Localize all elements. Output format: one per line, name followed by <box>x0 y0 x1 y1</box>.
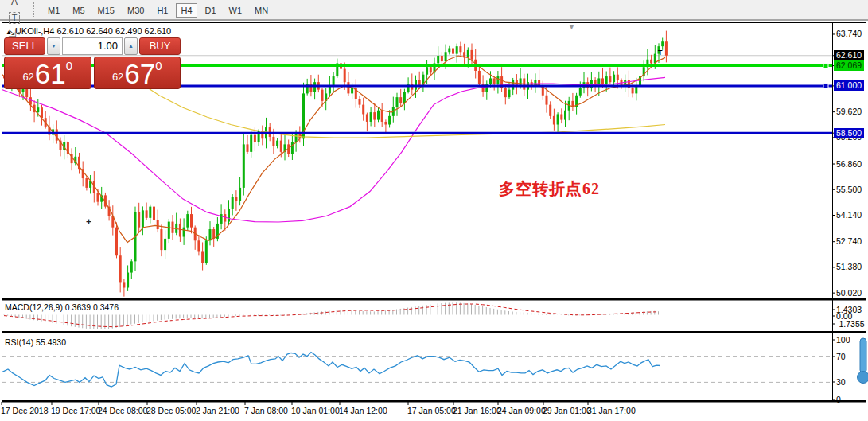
sell-price-button[interactable]: 62 61 0 <box>4 57 91 89</box>
price-badge-blue: 58.500 <box>834 128 864 138</box>
tool-icons: FAT⇲▾ <box>0 0 24 41</box>
timeframe-h1[interactable]: H1 <box>152 3 173 18</box>
price-axis-label: 63.740 <box>836 29 862 39</box>
date-label: 31 Jan 17:00 <box>587 406 636 415</box>
date-label: 24 Dec 08:00 <box>98 406 147 415</box>
price-badge-blue: 61.000 <box>834 80 864 91</box>
buy-price-sup: 0 <box>155 60 162 72</box>
buy-price-big: 67 <box>124 60 155 87</box>
rsi-scale-label: 100 <box>836 335 850 345</box>
date-label: 28 Dec 05:00 <box>146 406 196 415</box>
price-axis-label: 55.500 <box>836 185 862 195</box>
hline-handle <box>823 64 828 68</box>
price-axis-label: 54.140 <box>836 210 862 220</box>
date-label: 14 Jan 12:00 <box>339 406 387 415</box>
volume-decrease-button[interactable]: ▼ <box>47 37 60 55</box>
chart-header: ▲UKOil-,H4 62.610 62.640 62.490 62.610 <box>6 26 171 36</box>
date-label: 10 Jan 01:00 <box>291 406 340 415</box>
text-tool-icon[interactable]: T <box>5 10 24 25</box>
timeframe-m1[interactable]: M1 <box>43 3 64 18</box>
date-label: 7 Jan 08:00 <box>244 406 288 415</box>
toolbar-separator <box>33 2 35 17</box>
macd-label: MACD(12,26,9) 0.3639 0.3476 <box>5 302 119 312</box>
buy-button[interactable]: BUY <box>139 37 181 55</box>
mt4-chart-window: FAT⇲▾ M1M5M15M30H1H4D1W1MN ▲UKOil-,H4 62… <box>0 0 868 421</box>
rsi-label: RSI(14) 55.4930 <box>5 337 66 347</box>
timeframe-d1[interactable]: D1 <box>200 3 221 18</box>
date-label: 21 Jan 16:00 <box>453 406 501 415</box>
timeframe-h4[interactable]: H4 <box>176 3 197 18</box>
text-label-icon[interactable]: A <box>5 0 24 10</box>
price-axis-label: 51.380 <box>836 262 862 272</box>
price-badge-green: 62.069 <box>834 60 864 71</box>
timeframe-buttons: M1M5M15M30H1H4D1W1MN <box>41 2 274 17</box>
price-axis-label: 56.860 <box>836 159 862 170</box>
macd-scale-label: -1.7355 <box>836 319 865 329</box>
rsi-scale-label: 30 <box>836 377 846 388</box>
one-click-trading-panel: SELL ▼ 1.00 ▲ BUY 62 61 0 62 67 0 <box>4 37 181 89</box>
crosshair-marker: + <box>86 216 91 228</box>
chart-annotation-text[interactable]: 多空转折点62 <box>499 178 600 200</box>
hline-handle <box>823 84 828 88</box>
sell-price-big: 61 <box>35 60 66 87</box>
timeframe-mn[interactable]: MN <box>250 3 273 18</box>
sell-price-prefix: 62 <box>22 71 33 83</box>
buy-price-button[interactable]: 62 67 0 <box>94 57 181 89</box>
volume-input[interactable]: 1.00 <box>62 37 123 55</box>
volume-increase-button[interactable]: ▲ <box>124 37 138 55</box>
date-label: 24 Jan 09:00 <box>497 406 546 415</box>
timeframe-m15[interactable]: M15 <box>93 3 119 18</box>
price-axis-label: 52.740 <box>836 236 862 247</box>
rsi-scale-label: 0 <box>836 395 841 405</box>
timeframe-m5[interactable]: M5 <box>68 3 89 18</box>
buy-price-prefix: 62 <box>112 71 123 83</box>
price-badge-bid: 62.610 <box>834 50 864 60</box>
top-arrow-marker: ▼ <box>568 23 575 31</box>
symbol-ohlc-text: UKOil-,H4 62.610 62.640 62.490 62.610 <box>15 26 171 36</box>
rsi-scale-label: 70 <box>836 352 846 362</box>
scrollbar-thermometer[interactable] <box>856 337 868 387</box>
rsi-panel <box>2 353 831 387</box>
dropdown-caret-icon[interactable]: ▾ <box>18 30 21 37</box>
date-label: 2 Jan 21:00 <box>196 406 239 415</box>
date-label: 29 Jan 01:00 <box>543 406 591 415</box>
price-axis-label: 50.020 <box>836 288 862 298</box>
sell-price-sup: 0 <box>66 60 72 72</box>
arrows-tool-icon[interactable]: ⇲▾ <box>5 25 24 41</box>
cursor-t-marker: T <box>658 49 663 57</box>
timeframe-m30[interactable]: M30 <box>123 3 149 18</box>
price-axis-label: 59.620 <box>836 107 862 117</box>
date-label: 17 Dec 2018 <box>1 406 49 415</box>
toolbar: FAT⇲▾ M1M5M15M30H1H4D1W1MN <box>0 0 868 21</box>
date-label: 19 Dec 17:00 <box>51 406 100 415</box>
timeframe-w1[interactable]: W1 <box>224 3 247 18</box>
date-label: 17 Jan 05:00 <box>407 406 456 415</box>
